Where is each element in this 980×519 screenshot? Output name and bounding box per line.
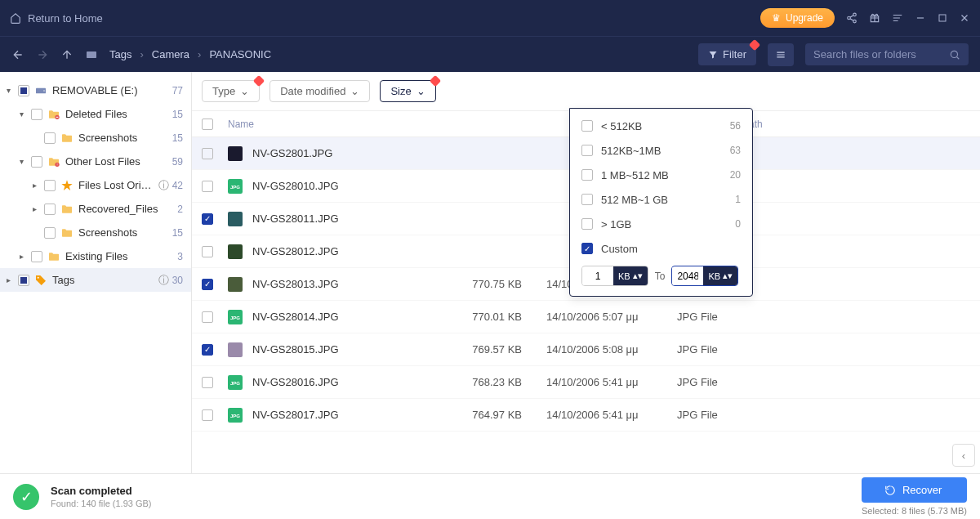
recover-button[interactable]: Recover bbox=[862, 477, 967, 503]
return-home-button[interactable]: Return to Home bbox=[10, 12, 103, 25]
up-icon[interactable] bbox=[60, 48, 74, 61]
minimize-icon[interactable] bbox=[915, 12, 926, 24]
tree-count: 59 bbox=[172, 156, 183, 168]
size-option[interactable]: > 1GB0 bbox=[570, 212, 752, 236]
option-count: 20 bbox=[730, 169, 741, 181]
tree-toggle-icon[interactable]: ▸ bbox=[33, 181, 44, 190]
option-checkbox[interactable] bbox=[581, 145, 593, 156]
row-checkbox[interactable] bbox=[202, 213, 213, 225]
search-input[interactable]: Search files or folders bbox=[805, 43, 969, 65]
col-name[interactable]: Name bbox=[228, 119, 432, 130]
file-size: 770.01 KB bbox=[432, 311, 522, 323]
back-icon[interactable] bbox=[11, 48, 24, 61]
type-chip[interactable]: Type ⌄ bbox=[202, 80, 260, 102]
size-option[interactable]: 1 MB~512 MB20 bbox=[570, 163, 752, 187]
drive-icon bbox=[85, 48, 98, 61]
option-label: < 512KB bbox=[601, 120, 730, 132]
to-unit-select[interactable]: KB ▴▾ bbox=[703, 266, 737, 285]
row-checkbox[interactable] bbox=[202, 181, 213, 192]
svg-text:JPG: JPG bbox=[230, 381, 240, 386]
close-icon[interactable] bbox=[959, 12, 970, 24]
gift-icon[interactable] bbox=[869, 12, 880, 24]
size-option[interactable]: 512 MB~1 GB1 bbox=[570, 187, 752, 212]
tree-checkbox[interactable] bbox=[18, 85, 29, 96]
select-all-checkbox[interactable] bbox=[202, 119, 213, 130]
option-checkbox[interactable] bbox=[581, 120, 593, 132]
row-checkbox[interactable] bbox=[202, 279, 213, 290]
tree-checkbox[interactable] bbox=[31, 109, 42, 120]
star-icon bbox=[60, 179, 74, 192]
row-checkbox[interactable] bbox=[202, 311, 213, 323]
row-checkbox[interactable] bbox=[202, 377, 213, 388]
tree-item[interactable]: ▸Files Lost Original N...ⓘ42 bbox=[0, 173, 191, 197]
size-option[interactable]: 512KB~1MB63 bbox=[570, 138, 752, 163]
tree-item[interactable]: Screenshots15 bbox=[0, 221, 191, 244]
forward-icon[interactable] bbox=[36, 48, 49, 61]
row-checkbox[interactable] bbox=[202, 148, 213, 159]
tree-toggle-icon[interactable]: ▸ bbox=[20, 252, 31, 261]
size-option-custom[interactable]: Custom bbox=[570, 236, 752, 261]
row-checkbox[interactable] bbox=[202, 344, 213, 356]
size-option[interactable]: < 512KB56 bbox=[570, 114, 752, 138]
file-row[interactable]: JPGNV-GS28014.JPG770.01 KB14/10/2006 5:0… bbox=[192, 301, 980, 333]
tree-toggle-icon[interactable]: ▸ bbox=[33, 204, 44, 213]
option-label: 512 MB~1 GB bbox=[601, 194, 735, 206]
filter-button[interactable]: Filter bbox=[698, 43, 756, 65]
scroll-button[interactable]: ‹ bbox=[952, 444, 975, 467]
svg-text:JPG: JPG bbox=[230, 185, 240, 190]
from-unit-select[interactable]: KB ▴▾ bbox=[613, 266, 648, 285]
chevron-down-icon: ⌄ bbox=[416, 85, 425, 97]
help-icon[interactable]: ⓘ bbox=[158, 273, 169, 288]
maximize-icon[interactable] bbox=[938, 13, 947, 23]
size-chip[interactable]: Size ⌄ bbox=[380, 80, 435, 102]
help-icon[interactable]: ⓘ bbox=[158, 178, 169, 193]
row-checkbox[interactable] bbox=[202, 409, 213, 421]
crumb-camera[interactable]: Camera bbox=[152, 48, 189, 60]
tree-checkbox[interactable] bbox=[44, 180, 56, 191]
tree-item[interactable]: ▸Tagsⓘ30 bbox=[0, 268, 191, 292]
option-checkbox[interactable] bbox=[581, 194, 593, 205]
chip-active-badge bbox=[430, 75, 441, 87]
hamburger-button[interactable] bbox=[768, 43, 794, 66]
crumb-panasonic[interactable]: PANASONIC bbox=[209, 48, 271, 60]
main: ▾REMOVABLE (E:)77▾Deleted Files15Screens… bbox=[0, 72, 980, 473]
tree-item[interactable]: Screenshots15 bbox=[0, 126, 191, 150]
tree-checkbox[interactable] bbox=[31, 251, 42, 262]
folder-lost-icon: ! bbox=[47, 155, 60, 168]
tree-toggle-icon[interactable]: ▾ bbox=[20, 157, 31, 166]
share-icon[interactable] bbox=[846, 12, 858, 24]
tree-toggle-icon[interactable]: ▾ bbox=[20, 110, 31, 119]
tree-checkbox[interactable] bbox=[44, 227, 56, 239]
file-row[interactable]: JPGNV-GS28017.JPG764.97 KB14/10/2006 5:4… bbox=[192, 399, 980, 432]
tree-item[interactable]: ▸Existing Files3 bbox=[0, 244, 191, 268]
from-input[interactable] bbox=[582, 267, 613, 285]
tree-checkbox[interactable] bbox=[31, 156, 42, 168]
tree-item[interactable]: ▾REMOVABLE (E:)77 bbox=[0, 78, 191, 102]
file-name: NV-GS2801.JPG bbox=[252, 147, 432, 159]
row-checkbox[interactable] bbox=[202, 246, 213, 257]
menu-icon[interactable] bbox=[892, 12, 903, 24]
tree-toggle-icon[interactable]: ▾ bbox=[7, 86, 18, 95]
file-thumbnail: JPG bbox=[228, 310, 243, 324]
option-checkbox[interactable] bbox=[581, 169, 593, 181]
option-checkbox[interactable] bbox=[581, 218, 593, 230]
crumb-tags[interactable]: Tags bbox=[109, 48, 131, 60]
file-row[interactable]: JPGNV-GS28016.JPG768.23 KB14/10/2006 5:4… bbox=[192, 366, 980, 399]
tree-checkbox[interactable] bbox=[44, 132, 56, 144]
tree-item[interactable]: ▾!Other Lost Files59 bbox=[0, 150, 191, 173]
to-label: To bbox=[655, 271, 666, 282]
tree-checkbox[interactable] bbox=[18, 275, 29, 286]
file-name: NV-GS28011.JPG bbox=[252, 213, 432, 225]
upgrade-button[interactable]: ♛ Upgrade bbox=[760, 8, 835, 28]
option-count: 1 bbox=[735, 194, 741, 205]
tree-item[interactable]: ▾Deleted Files15 bbox=[0, 102, 191, 126]
date-chip[interactable]: Date modified ⌄ bbox=[270, 80, 370, 102]
col-path[interactable]: Path bbox=[734, 119, 980, 130]
to-input[interactable] bbox=[672, 267, 703, 285]
tree-item[interactable]: ▸Recovered_Files2 bbox=[0, 197, 191, 221]
file-row[interactable]: NV-GS28015.JPG769.57 KB14/10/2006 5:08 μ… bbox=[192, 333, 980, 366]
file-date: 14/10/2006 5:07 μμ bbox=[522, 311, 661, 323]
tree-toggle-icon[interactable]: ▸ bbox=[7, 275, 18, 284]
tree-checkbox[interactable] bbox=[44, 204, 56, 215]
option-checkbox[interactable] bbox=[581, 243, 593, 254]
